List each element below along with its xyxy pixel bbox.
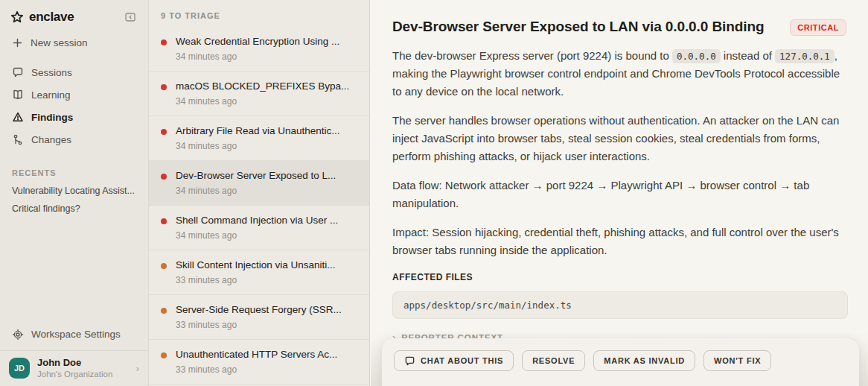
chat-bubble-icon — [404, 355, 415, 367]
user-account-button[interactable]: JD John Doe John's Organization › — [0, 350, 148, 386]
triage-count-heading: 9 TO TRIAGE — [149, 0, 369, 27]
detail-paragraph: Impact: Session hijacking, credential th… — [392, 224, 846, 259]
warning-triangle-icon — [12, 111, 24, 123]
user-info: John Doe John's Organization — [37, 358, 112, 379]
sidebar-item-label: Changes — [31, 134, 71, 145]
finding-title: Skill Content Injection via Unsaniti... — [176, 259, 359, 270]
severity-dot-icon — [161, 352, 167, 358]
sidebar-spacer — [0, 218, 148, 323]
action-button-label: MARK AS INVALID — [604, 356, 685, 365]
action-button[interactable]: WON'T FIX — [703, 350, 771, 371]
workspace-settings-button[interactable]: Workspace Settings — [0, 323, 148, 346]
finding-timestamp: 34 minutes ago — [176, 141, 359, 151]
triage-list-item[interactable]: Unauthenticated HTTP Servers Ac... 33 mi… — [149, 340, 369, 385]
action-button-label: RESOLVE — [532, 356, 575, 365]
finding-title: Dev-Browser Server Exposed to L... — [176, 170, 359, 181]
recent-session-item[interactable]: Critical findings? — [0, 200, 148, 218]
app-title: enclave — [29, 10, 74, 25]
action-button-label: CHAT ABOUT THIS — [421, 356, 503, 365]
finding-timestamp: 33 minutes ago — [176, 320, 359, 330]
triage-list-pane: 9 TO TRIAGE Weak Credential Encryption U… — [149, 0, 370, 386]
finding-timestamp: 33 minutes ago — [176, 275, 359, 285]
action-button-label: WON'T FIX — [714, 356, 761, 365]
severity-dot-icon — [161, 39, 167, 45]
finding-detail-title: Dev-Browser Server Exposed to LAN via 0.… — [392, 18, 764, 36]
detail-header: Dev-Browser Server Exposed to LAN via 0.… — [392, 18, 846, 36]
detail-paragraph: Data flow: Network attacker → port 9224 … — [392, 177, 846, 212]
finding-timestamp: 34 minutes ago — [176, 186, 359, 196]
triage-action-bar: CHAT ABOUT THIS RESOLVE MARK AS INVALID … — [382, 338, 859, 386]
git-branch-icon — [12, 133, 24, 145]
affected-file-path: apps/desktop/src/main/index.ts — [392, 291, 848, 319]
sidebar: enclave New session Sessions — [0, 0, 149, 386]
triage-list-item[interactable]: Weak Credential Encryption Using ... 34 … — [149, 27, 369, 72]
logo-row: enclave — [0, 0, 148, 32]
new-session-label: New session — [31, 37, 88, 48]
severity-dot-icon — [161, 84, 167, 90]
triage-list-item[interactable]: Shell Command Injection via User ... 34 … — [149, 206, 369, 250]
detail-paragraph: The dev-browser Express server (port 922… — [392, 47, 846, 101]
sidebar-item-label: Sessions — [31, 67, 72, 78]
triage-list-item[interactable]: Arbitrary File Read via Unauthentic... 3… — [149, 116, 369, 161]
finding-title: Weak Credential Encryption Using ... — [176, 36, 359, 47]
sidebar-item-findings[interactable]: Findings — [0, 106, 148, 128]
finding-title: Arbitrary File Read via Unauthentic... — [176, 125, 359, 136]
finding-timestamp: 34 minutes ago — [176, 96, 359, 107]
sidebar-item-sessions[interactable]: Sessions — [0, 61, 148, 83]
description-paragraphs: The dev-browser Express server (port 922… — [392, 47, 846, 259]
user-organization: John's Organization — [37, 369, 112, 379]
finding-title: macOS BLOCKED_PREFIXES Bypa... — [176, 80, 359, 92]
finding-timestamp: 34 minutes ago — [176, 230, 359, 241]
affected-files-list: apps/desktop/src/main/index.ts — [392, 291, 846, 319]
triage-items-container: Weak Credential Encryption Using ... 34 … — [149, 27, 369, 385]
chevron-right-icon: › — [136, 363, 139, 374]
finding-description: The dev-browser Express server (port 922… — [392, 47, 846, 343]
affected-files-heading: AFFECTED FILES — [392, 272, 846, 282]
avatar: JD — [9, 358, 30, 379]
finding-title: Server-Side Request Forgery (SSR... — [176, 304, 359, 315]
sidebar-item-changes[interactable]: Changes — [0, 128, 148, 151]
collapse-sidebar-icon[interactable] — [123, 10, 138, 25]
sidebar-item-label: Findings — [31, 112, 73, 123]
sidebar-item-learning[interactable]: Learning — [0, 83, 148, 106]
recent-session-item[interactable]: Vulnerability Locating Assist... — [0, 182, 148, 200]
inline-code: 127.0.0.1 — [775, 49, 835, 63]
triage-list-item[interactable]: Skill Content Injection via Unsaniti... … — [149, 250, 369, 295]
inline-code: 0.0.0.0 — [672, 49, 721, 63]
recents-heading: RECENTS — [0, 168, 148, 182]
finding-title: Shell Command Injection via User ... — [176, 215, 359, 226]
severity-dot-icon — [161, 263, 167, 269]
finding-timestamp: 33 minutes ago — [176, 364, 359, 375]
workspace-settings-label: Workspace Settings — [31, 329, 121, 340]
action-button[interactable]: RESOLVE — [522, 350, 585, 371]
action-button[interactable]: MARK AS INVALID — [593, 350, 695, 371]
triage-list-item[interactable]: macOS BLOCKED_PREFIXES Bypa... 34 minute… — [149, 72, 369, 116]
plus-icon — [12, 37, 23, 48]
triage-list-item[interactable]: Server-Side Request Forgery (SSR... 33 m… — [149, 295, 369, 340]
severity-dot-icon — [161, 174, 167, 180]
action-button[interactable]: CHAT ABOUT THIS — [394, 350, 514, 371]
new-session-button[interactable]: New session — [0, 32, 148, 54]
severity-dot-icon — [161, 129, 167, 135]
user-name: John Doe — [37, 358, 112, 369]
detail-paragraph: The server handles browser operations wi… — [392, 112, 846, 165]
finding-timestamp: 34 minutes ago — [176, 51, 359, 62]
enclave-logo-icon — [10, 10, 24, 24]
sidebar-item-label: Learning — [31, 89, 71, 101]
finding-detail-pane: Dev-Browser Server Exposed to LAN via 0.… — [371, 0, 868, 386]
triage-list-item[interactable]: Dev-Browser Server Exposed to L... 34 mi… — [149, 161, 369, 206]
severity-dot-icon — [161, 218, 167, 224]
severity-dot-icon — [161, 308, 167, 314]
finding-title: Unauthenticated HTTP Servers Ac... — [176, 349, 359, 360]
gear-icon — [12, 329, 24, 341]
chat-bubble-icon — [12, 66, 24, 78]
book-icon — [12, 89, 24, 101]
severity-badge: CRITICAL — [790, 19, 846, 36]
